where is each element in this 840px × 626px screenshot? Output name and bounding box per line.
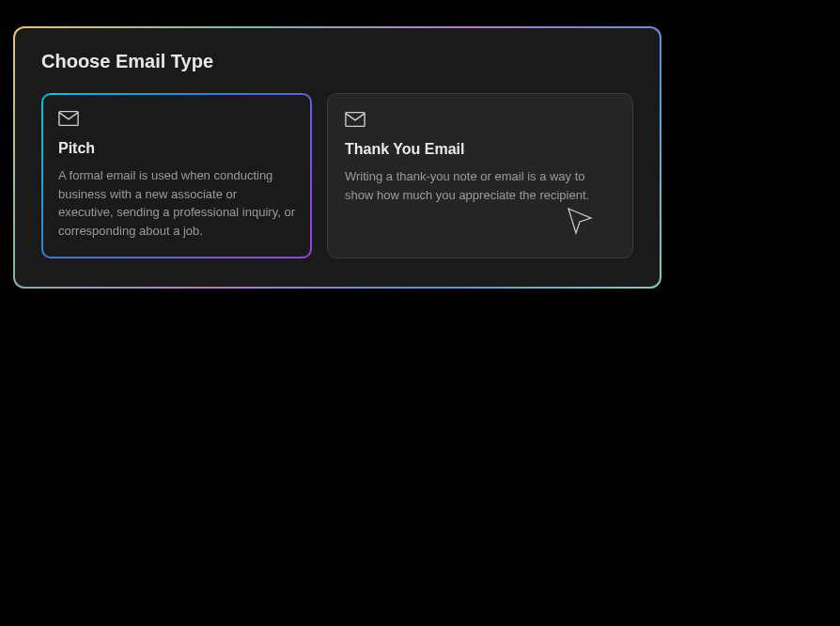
- svg-rect-1: [346, 113, 365, 127]
- email-type-panel: Choose Email Type Pitch A formal email i…: [15, 28, 660, 287]
- card-pitch-title: Pitch: [58, 140, 295, 157]
- card-thank-you-description: Writing a thank-you note or email is a w…: [345, 167, 615, 204]
- card-pitch[interactable]: Pitch A formal email is used when conduc…: [41, 93, 312, 258]
- card-thank-you-title: Thank You Email: [345, 141, 615, 158]
- card-pitch-description: A formal email is used when conducting b…: [58, 166, 295, 240]
- card-thank-you[interactable]: Thank You Email Writing a thank-you note…: [327, 93, 633, 258]
- mail-icon: [345, 111, 615, 132]
- svg-rect-0: [59, 112, 78, 126]
- cursor-pointer-icon: [565, 205, 595, 239]
- email-type-panel-wrapper: Choose Email Type Pitch A formal email i…: [13, 26, 661, 289]
- mail-icon: [58, 110, 295, 131]
- panel-title: Choose Email Type: [41, 51, 633, 72]
- cards-row: Pitch A formal email is used when conduc…: [41, 93, 633, 258]
- card-pitch-inner: Pitch A formal email is used when conduc…: [43, 95, 310, 257]
